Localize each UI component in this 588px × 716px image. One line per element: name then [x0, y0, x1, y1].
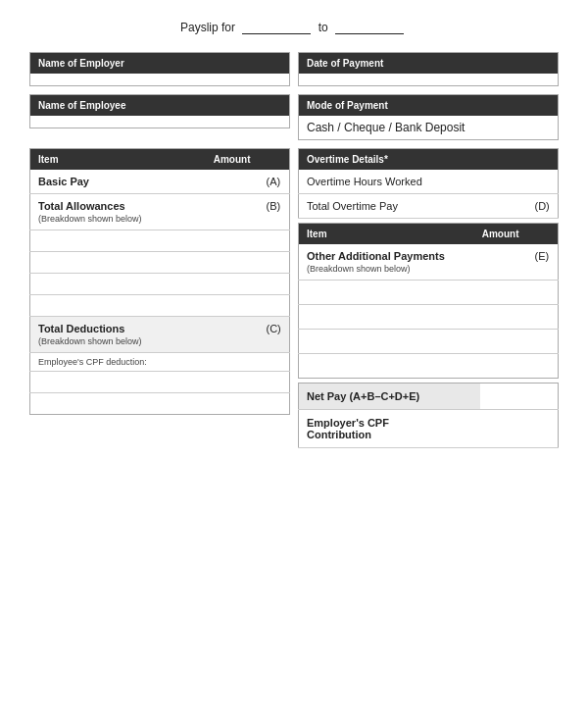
table-row: Total Allowances (Breakdown shown below)…	[30, 194, 290, 230]
other-payments-code: (E)	[527, 244, 559, 281]
other-col-item: Item	[299, 224, 469, 245]
table-row: Basic Pay (A)	[30, 170, 290, 194]
table-row	[30, 393, 290, 415]
table-row	[299, 281, 559, 305]
table-row	[299, 354, 559, 379]
other-payments-table: Item Amount Other Additional Payments (B…	[298, 223, 559, 379]
left-col-item: Item	[30, 149, 189, 171]
net-pay-value[interactable]	[480, 384, 559, 410]
employer-cpf-value[interactable]	[480, 410, 559, 448]
other-col-amount: Amount	[468, 224, 526, 245]
total-deductions-value[interactable]	[188, 317, 258, 353]
payslip-to-text: to	[318, 21, 328, 34]
total-ot-pay-code: (D)	[527, 194, 559, 219]
table-row	[30, 372, 290, 393]
cpf-label-row: Employee's CPF deduction:	[30, 353, 290, 372]
other-payments-value[interactable]	[468, 244, 526, 281]
ot-hours-code	[527, 170, 559, 194]
table-row: Other Additional Payments (Breakdown sho…	[299, 244, 559, 281]
employer-cpf-row: Employer's CPF Contribution	[299, 410, 559, 448]
total-deductions-label: Total Deductions	[38, 323, 124, 334]
payslip-prefix: Payslip for	[180, 21, 235, 34]
total-deductions-sub: (Breakdown shown below)	[38, 336, 142, 346]
table-row: Total Overtime Pay (D)	[299, 194, 559, 219]
table-row	[30, 274, 290, 295]
total-allowances-value[interactable]	[188, 194, 258, 230]
employer-cpf-label: Employer's CPF Contribution	[299, 410, 480, 448]
basic-pay-label: Basic Pay	[38, 176, 89, 187]
other-payments-sub: (Breakdown shown below)	[307, 264, 411, 274]
employer-value[interactable]	[30, 74, 289, 85]
payslip-title: Payslip for to	[29, 20, 559, 34]
mode-payment-value: Cash / Cheque / Bank Deposit	[299, 116, 558, 139]
basic-pay-value[interactable]	[188, 170, 258, 194]
net-pay-row: Net Pay (A+B–C+D+E)	[299, 384, 559, 410]
left-pay-table: Item Amount Basic Pay (A) Total	[29, 148, 290, 415]
basic-pay-code: (A)	[259, 170, 290, 194]
date-payment-header: Date of Payment	[299, 53, 558, 74]
total-ot-pay-label: Total Overtime Pay	[307, 200, 398, 212]
ot-hours-value[interactable]	[499, 170, 527, 194]
total-ot-pay-value[interactable]	[499, 194, 527, 219]
employee-value[interactable]	[30, 116, 289, 128]
overtime-table: Overtime Details* Overtime Hours Worked …	[298, 148, 559, 219]
net-pay-label: Net Pay (A+B–C+D+E)	[299, 384, 480, 410]
total-deductions-code: (C)	[259, 317, 290, 353]
table-row	[30, 252, 290, 274]
total-allowances-label: Total Allowances	[38, 200, 125, 212]
ot-header: Overtime Details*	[299, 149, 527, 171]
total-allowances-sub: (Breakdown shown below)	[38, 214, 142, 224]
table-row: Total Deductions (Breakdown shown below)…	[30, 317, 290, 353]
ot-hours-label: Overtime Hours Worked	[307, 176, 422, 187]
mode-payment-header: Mode of Payment	[299, 95, 558, 116]
total-allowances-code: (B)	[259, 194, 290, 230]
left-col-amount: Amount	[188, 149, 258, 171]
payslip-to-line	[335, 20, 404, 34]
cpf-label-text: Employee's CPF deduction:	[38, 357, 147, 367]
table-row	[299, 330, 559, 354]
payslip-from-line	[242, 20, 311, 34]
table-row	[299, 305, 559, 330]
date-payment-value[interactable]	[299, 74, 558, 85]
net-pay-table: Net Pay (A+B–C+D+E) Employer's CPF Contr…	[298, 383, 559, 448]
table-row: Overtime Hours Worked	[299, 170, 559, 194]
other-payments-label: Other Additional Payments	[307, 250, 445, 262]
employer-header: Name of Employer	[30, 53, 289, 74]
table-row	[30, 295, 290, 317]
table-row	[30, 230, 290, 252]
employee-header: Name of Employee	[30, 95, 289, 116]
